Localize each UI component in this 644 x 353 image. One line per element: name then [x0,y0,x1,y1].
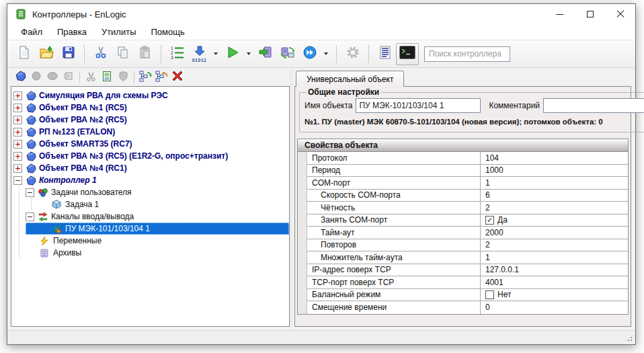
expand-icon[interactable] [13,164,22,173]
separator [134,71,134,83]
run-mode-button[interactable] [298,43,321,65]
property-row[interactable]: Повторов2 [307,239,628,252]
enlogic-logo-icon [15,9,26,19]
group-title: Общие настройки [306,87,381,97]
comment-input[interactable] [543,98,644,113]
chevron-down-icon[interactable] [247,52,251,55]
tree-item[interactable]: Задача 1 [11,198,289,210]
menu-file[interactable]: Файл [13,26,50,38]
property-value[interactable]: 2 [485,240,490,249]
property-value[interactable]: 127.0.0.1 [485,265,519,274]
tree-item[interactable]: Симуляция РВА для схемы РЭС [11,89,289,102]
add-object-button-disabled[interactable] [28,70,44,85]
tree-item[interactable]: РП №123 (ETALON) [11,126,289,138]
property-value[interactable]: 1 [485,178,490,188]
sync-device-button[interactable] [276,43,298,65]
expand-icon[interactable] [13,128,22,136]
tree-item[interactable]: Объект РВА №3 (RC5) (E1R2-G, опрос+транз… [11,150,289,162]
property-value[interactable]: 2 [485,203,490,212]
tree-item[interactable]: Объект РВА №4 (RC1) [11,162,289,174]
property-row[interactable]: Тайм-аут2000 [307,227,628,239]
tree-item[interactable]: Объект SMART35 (RC7) [11,138,289,150]
open-button[interactable] [35,43,57,65]
menu-help[interactable]: Помощь [144,26,192,38]
numbered-list-button[interactable]: 123 [166,43,188,65]
add-group-button-disabled[interactable] [44,70,61,85]
collapse-icon[interactable] [13,176,22,185]
property-value[interactable]: 0 [485,303,490,312]
property-row[interactable]: Чётность2 [307,202,628,214]
property-value[interactable]: 1 [485,253,490,262]
property-row[interactable]: Период1000 [307,165,628,178]
minimize-button[interactable] [545,4,575,24]
terminal-button[interactable] [396,43,419,65]
tree-item[interactable]: Объект РВА №2 (RC5) [11,114,289,126]
property-row[interactable]: Скорость COM-порта6 [307,190,628,202]
property-value[interactable]: 104 [485,153,499,163]
numbered-list-icon: 123 [170,45,185,63]
tree-item[interactable]: Переменные [11,235,289,247]
cut-button[interactable] [89,43,112,65]
resize-grip-icon[interactable] [625,334,633,342]
start-button[interactable] [221,43,243,65]
property-row[interactable]: Балансный режимНет [307,289,628,302]
property-value[interactable]: 1000 [485,165,504,175]
property-row[interactable]: COM-порт1 [307,177,628,190]
import-tree-button[interactable] [137,70,153,85]
expand-icon[interactable] [13,116,22,124]
tree-item[interactable]: Задачи пользователя [11,186,289,198]
add-controller-button[interactable] [12,70,28,85]
collapse-icon[interactable] [26,188,34,197]
save-button[interactable] [57,43,79,65]
write-to-device-button[interactable] [254,43,276,65]
export-tree-button[interactable] [153,70,169,85]
binary-label: 01011 [192,58,207,63]
tree-item[interactable]: Архивы [11,247,289,259]
fast-forward-icon [303,45,317,63]
chevron-down-icon[interactable] [324,52,328,55]
property-row[interactable]: Смещение времени0 [307,301,628,314]
property-row[interactable]: TCP-порт поверх TCP4001 [307,276,628,289]
property-value[interactable]: 6 [485,190,490,200]
property-row[interactable]: Занять COM-портДа [307,214,628,227]
tree-item[interactable]: Контроллер 1 [11,174,289,186]
menu-edit[interactable]: Правка [50,26,94,38]
task-cube-icon [52,200,63,210]
expand-icon[interactable] [13,152,22,161]
load-binary-button[interactable]: 01011 [188,43,210,65]
tree-item-selected[interactable]: ПУ МЭК-101/103/104 1 [11,223,289,235]
property-value[interactable]: 2000 [485,228,504,237]
passport-button[interactable] [99,70,115,85]
add-function-button-disabled[interactable]: F [61,70,77,85]
controller-icon [26,151,36,161]
expand-icon[interactable] [13,91,22,100]
property-row[interactable]: IP-адрес поверх TCP127.0.0.1 [307,264,628,277]
delete-button[interactable] [169,70,186,85]
checkbox-checked-icon[interactable] [485,216,494,225]
close-button[interactable] [605,4,635,24]
security-button-disabled[interactable] [115,70,131,85]
settings-button[interactable] [341,43,364,65]
copy-button[interactable] [112,43,134,65]
object-panel: Универсальный объект Общие настройки Имя… [292,69,635,330]
cut-node-button-disabled[interactable] [83,70,99,85]
expand-icon[interactable] [13,140,22,149]
expand-icon[interactable] [13,104,22,112]
tree-item[interactable]: Каналы ввода/вывода [11,210,289,223]
search-input[interactable] [424,46,510,62]
menu-utilities[interactable]: Утилиты [94,26,144,38]
paste-button[interactable] [134,43,156,65]
object-name-input[interactable] [356,98,481,113]
maximize-button[interactable] [575,4,605,24]
checkbox-unchecked-icon[interactable] [485,290,494,299]
property-value[interactable]: 4001 [485,278,504,287]
tree-item[interactable]: Объект РВА №1 (RC5) [11,102,289,114]
property-row[interactable]: Множитель тайм-аута1 [307,251,628,264]
log-button[interactable] [374,43,396,65]
collapse-icon[interactable] [26,212,34,221]
chevron-down-icon[interactable] [214,52,218,55]
property-row[interactable]: Протокол104 [307,152,628,165]
tab-universal-object[interactable]: Универсальный объект [296,71,404,87]
new-button[interactable] [13,43,35,65]
maximize-icon [587,11,594,17]
